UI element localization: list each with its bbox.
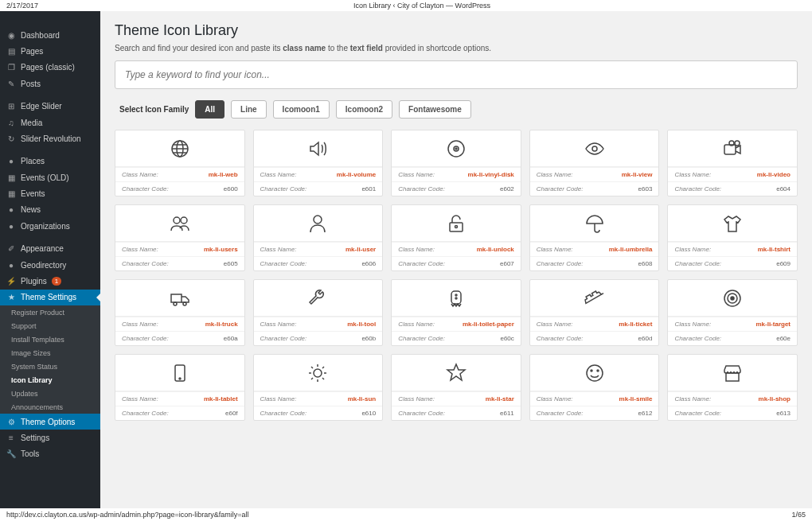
filter-line[interactable]: Line [231,100,267,119]
sidebar-item-organizations[interactable]: ●Organizations [0,218,100,234]
sidebar-label: Slider Revolution [21,134,81,143]
filter-icomoon1[interactable]: Icomoon1 [273,100,330,119]
volume-icon [254,130,383,167]
sidebar-item-posts[interactable]: ✎Posts [0,76,100,91]
sidebar-item-theme-options[interactable]: ⚙Theme Options [0,414,100,430]
code-label: Character Code: [398,260,445,267]
code-label: Character Code: [122,185,169,192]
class-value: mk-li-shop [759,395,791,402]
refresh-icon: ↻ [6,134,16,143]
pages-icon: ❐ [6,63,16,72]
icon-card-mk-li-sun[interactable]: Class Name:mk-li-sun Character Code:e610 [253,354,384,421]
search-input[interactable] [115,60,798,89]
sidebar-item-media[interactable]: ♫Media [0,115,100,130]
tablet-icon [115,355,244,391]
class-value: mk-li-view [622,171,653,178]
sidebar-item-tools[interactable]: 🔧Tools [0,446,100,462]
sidebar-label: Events (OLD) [21,173,69,182]
class-value: mk-li-target [755,321,791,328]
sidebar-label: Pages [21,47,43,56]
sidebar-item-slider-revolution[interactable]: ↻Slider Revolution [0,130,100,146]
icon-card-mk-li-smile[interactable]: Class Name:mk-li-smile Character Code:e6… [529,354,660,421]
code-label: Character Code: [122,335,169,342]
media-icon: ♫ [6,118,16,127]
icon-card-mk-li-users[interactable]: Class Name:mk-li-users Character Code:e6… [115,204,245,271]
class-value: mk-li-web [209,171,238,178]
class-value: mk-li-smile [619,395,653,402]
filter-all[interactable]: All [195,100,224,119]
sidebar-sub-support[interactable]: Support [0,319,100,332]
sidebar-sub-system-status[interactable]: System Status [0,360,100,373]
users-icon [115,205,244,242]
code-value: e608 [638,260,653,267]
code-value: e60a [224,335,238,342]
code-label: Character Code: [398,185,445,192]
icon-card-mk-li-ticket[interactable]: Class Name:mk-li-ticket Character Code:e… [529,279,660,346]
sidebar-item-settings[interactable]: ≡Settings [0,430,100,445]
icon-card-mk-li-tool[interactable]: Class Name:mk-li-tool Character Code:e60… [253,279,384,346]
sidebar-item-events-old-[interactable]: ▦Events (OLD) [0,169,100,185]
sidebar-label: Geodirectory [21,261,66,270]
code-label: Character Code: [398,410,445,417]
icon-card-mk-li-user[interactable]: Class Name:mk-li-user Character Code:e60… [253,204,384,271]
class-value: mk-li-tool [347,321,376,328]
sidebar-label: Events [21,189,45,198]
icon-card-mk-li-target[interactable]: Class Name:mk-li-target Character Code:e… [667,279,798,346]
sidebar-item-pages[interactable]: ▤Pages [0,43,100,59]
sidebar-sub-icon-library[interactable]: Icon Library [0,373,100,387]
sidebar-item-places[interactable]: ●Places [0,154,100,169]
code-label: Character Code: [674,335,721,342]
filter-fontawesome[interactable]: Fontawesome [399,100,471,119]
code-value: e613 [776,410,791,417]
filter-icomoon2[interactable]: Icomoon2 [336,100,392,119]
icon-card-mk-li-shop[interactable]: Class Name:mk-li-shop Character Code:e61… [667,354,798,421]
icon-card-mk-li-tshirt[interactable]: Class Name:mk-li-tshirt Character Code:e… [667,204,798,271]
sidebar-sub-install-templates[interactable]: Install Templates [0,332,100,346]
class-label: Class Name: [260,171,297,178]
class-label: Class Name: [260,395,297,402]
class-label: Class Name: [122,321,158,328]
code-label: Character Code: [260,260,307,267]
icon-card-mk-li-tablet[interactable]: Class Name:mk-li-tablet Character Code:e… [115,354,245,421]
sidebar-label: Tools [21,449,39,458]
sidebar-sub-updates[interactable]: Updates [0,387,100,400]
sidebar-item-events[interactable]: ▦Events [0,185,100,201]
page-title: Theme Icon Library [115,22,798,39]
dot-icon: ● [6,205,16,215]
icon-card-mk-li-unlock[interactable]: Class Name:mk-li-unlock Character Code:e… [391,204,521,271]
icon-card-mk-li-volume[interactable]: Class Name:mk-li-volume Character Code:e… [253,130,384,196]
icon-card-mk-li-web[interactable]: Class Name:mk-li-web Character Code:e600 [115,130,245,196]
sidebar-item-pages-classic-[interactable]: ❐Pages (classic) [0,60,100,76]
icon-card-mk-li-view[interactable]: Class Name:mk-li-view Character Code:e60… [529,130,660,196]
video-icon [668,130,797,167]
code-value: e600 [224,185,238,192]
code-label: Character Code: [122,260,169,267]
icon-card-mk-li-truck[interactable]: Class Name:mk-li-truck Character Code:e6… [115,279,245,346]
dot-icon: ● [6,157,16,166]
icon-card-mk-li-star[interactable]: Class Name:mk-li-star Character Code:e61… [391,354,521,421]
target-icon [668,280,797,317]
sidebar-item-edge-slider[interactable]: ⊞Edge Slider [0,99,100,115]
sidebar-item-theme-settings[interactable]: ★Theme Settings [0,290,100,305]
icon-card-mk-li-umbrella[interactable]: Class Name:mk-li-umbrella Character Code… [529,204,660,271]
icon-card-mk-li-vinyl-disk[interactable]: Class Name:mk-li-vinyl-disk Character Co… [391,130,521,196]
sidebar-label: Theme Options [21,418,75,426]
class-label: Class Name: [398,171,435,178]
sidebar-item-geodirectory[interactable]: ●Geodirectory [0,257,100,273]
print-footer: http://dev.ci.clayton.ca.us/wp-admin/adm… [0,508,812,521]
sidebar-sub-register-product[interactable]: Register Product [0,305,100,319]
code-value: e602 [500,185,514,192]
sidebar-item-news[interactable]: ●News [0,202,100,218]
sidebar-item-dashboard[interactable]: ◉Dashboard [0,27,100,43]
icon-card-mk-li-video[interactable]: Class Name:mk-li-video Character Code:e6… [667,130,798,196]
code-value: e60d [638,335,653,342]
code-label: Character Code: [260,185,307,192]
sidebar-item-appearance[interactable]: ✐Appearance [0,241,100,257]
sidebar-sub-announcements[interactable]: Announcements [0,400,100,414]
sidebar-sub-image-sizes[interactable]: Image Sizes [0,346,100,360]
class-value: mk-li-umbrella [609,246,653,253]
admin-sidebar: ◉Dashboard▤Pages❐Pages (classic)✎Posts⊞E… [0,11,100,508]
sidebar-label: Settings [21,434,49,442]
icon-card-mk-li-toilet-paper[interactable]: Class Name:mk-li-toilet-paper Character … [391,279,521,346]
sidebar-item-plugins[interactable]: ⚡Plugins1 [0,273,100,289]
